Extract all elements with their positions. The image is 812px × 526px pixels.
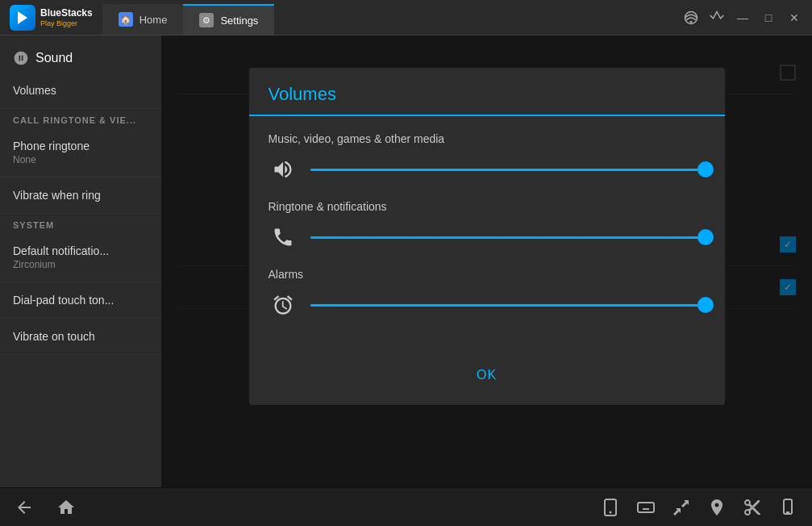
sidebar-item-phone-ringtone[interactable]: Phone ringtone None: [0, 128, 161, 177]
home-button[interactable]: [55, 496, 77, 519]
taskbar: [0, 487, 812, 526]
home-tab-icon: 🏠: [119, 12, 133, 27]
main-area: Sound Volumes CALL RINGTONE & VIE... Pho…: [0, 35, 812, 487]
scissors-icon[interactable]: [741, 496, 764, 519]
modal-body: Music, video, games & other media: [249, 116, 725, 352]
modal-title: Volumes: [269, 84, 706, 105]
modal-overlay[interactable]: Volumes Music, video, games & other medi…: [161, 35, 812, 487]
taskbar-right: [599, 496, 799, 519]
network-icon: [706, 6, 728, 29]
sidebar-header: Sound: [0, 44, 161, 73]
media-volume-section: Music, video, games & other media: [269, 132, 706, 184]
media-slider-thumb[interactable]: [697, 161, 714, 177]
ringtone-volume-label: Ringtone & notifications: [269, 200, 706, 213]
svg-rect-5: [638, 503, 654, 512]
ringtone-icon: [269, 223, 298, 252]
tab-bar: 🏠 Home ⚙ Settings: [102, 0, 275, 35]
ringtone-slider-thumb[interactable]: [697, 229, 714, 245]
volume-speaker-icon: [269, 155, 298, 184]
alarms-volume-section: Alarms: [269, 268, 706, 319]
alarms-slider-thumb[interactable]: [697, 297, 714, 313]
device-icon[interactable]: [777, 496, 799, 519]
wifi-icon: [680, 6, 702, 29]
minimize-button[interactable]: —: [731, 6, 754, 29]
back-button[interactable]: [13, 496, 35, 519]
location-icon[interactable]: [706, 496, 728, 519]
svg-marker-0: [18, 11, 27, 24]
alarms-volume-slider[interactable]: [310, 304, 706, 307]
alarms-volume-label: Alarms: [269, 268, 706, 281]
media-volume-label: Music, video, games & other media: [269, 132, 706, 145]
media-volume-row: [269, 155, 706, 184]
ringtone-volume-section: Ringtone & notifications: [269, 200, 706, 252]
close-button[interactable]: ✕: [783, 6, 806, 29]
logo-text: BlueStacks Play Bigger: [40, 7, 93, 27]
titlebar: BlueStacks Play Bigger 🏠 Home ⚙ Settings: [0, 0, 812, 35]
content-area: ✓ ✓ Volumes Music, video, games & other …: [161, 35, 812, 487]
modal-footer: OK: [249, 352, 725, 405]
alarms-volume-row: [269, 290, 706, 319]
svg-point-2: [690, 20, 693, 23]
sidebar-item-vibrate-touch[interactable]: Vibrate on touch: [0, 319, 161, 355]
alarm-icon: [269, 290, 298, 319]
sidebar-item-dialpad[interactable]: Dial-pad touch ton...: [0, 282, 161, 319]
modal-header: Volumes: [249, 68, 725, 116]
sidebar-item-vibrate-ring[interactable]: Vibrate when ring: [0, 177, 161, 214]
logo: BlueStacks Play Bigger: [0, 5, 102, 31]
tab-settings[interactable]: ⚙ Settings: [183, 4, 274, 35]
sidebar-section-system: SYSTEM: [0, 214, 161, 233]
sidebar-item-default-notification[interactable]: Default notificatio... Zirconium: [0, 233, 161, 282]
keyboard-icon[interactable]: [635, 496, 657, 519]
sidebar: Sound Volumes CALL RINGTONE & VIE... Pho…: [0, 35, 161, 487]
settings-tab-icon: ⚙: [199, 13, 214, 27]
ringtone-volume-row: [269, 223, 706, 252]
ringtone-volume-slider[interactable]: [310, 236, 706, 239]
svg-point-4: [610, 511, 612, 513]
volumes-modal: Volumes Music, video, games & other medi…: [249, 68, 725, 405]
phone-icon[interactable]: [599, 496, 622, 519]
taskbar-left: [13, 496, 77, 519]
media-volume-slider[interactable]: [310, 169, 706, 171]
sidebar-item-volumes[interactable]: Volumes: [0, 73, 161, 109]
tab-home[interactable]: 🏠 Home: [102, 4, 184, 35]
maximize-button[interactable]: □: [757, 6, 780, 29]
expand-icon[interactable]: [670, 496, 693, 519]
ok-button[interactable]: OK: [444, 361, 529, 389]
window-controls: — □ ✕: [680, 6, 812, 29]
logo-icon: [10, 5, 35, 31]
sidebar-section-call: CALL RINGTONE & VIE...: [0, 109, 161, 128]
